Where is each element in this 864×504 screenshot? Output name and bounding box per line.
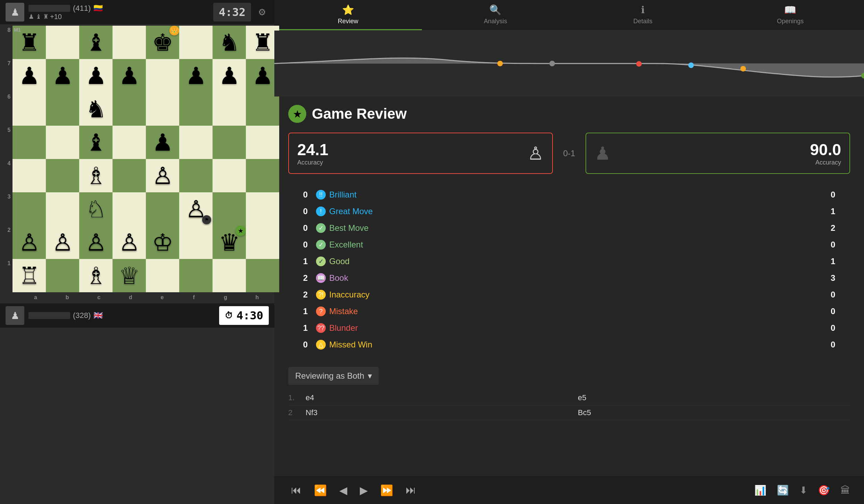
square-b7[interactable]: ♟: [46, 59, 79, 92]
square-b2[interactable]: ♙: [46, 226, 79, 259]
tab-review[interactable]: ⭐ Review: [274, 0, 422, 30]
square-c3[interactable]: ♘: [79, 192, 113, 226]
tab-openings[interactable]: 📖 Openings: [717, 0, 864, 30]
file-d: d: [115, 293, 146, 302]
square-h3[interactable]: [246, 192, 279, 226]
square-d5[interactable]: [113, 126, 146, 159]
forward-button[interactable]: ▶: [357, 481, 371, 499]
review-section: ★ Game Review 24.1 Accuracy ♙ 0-1 ♟ 90.0…: [274, 96, 864, 361]
square-e3[interactable]: [146, 192, 179, 226]
square-d4[interactable]: [113, 159, 146, 192]
square-b1[interactable]: [46, 259, 79, 292]
review-star-icon: ★: [288, 105, 306, 123]
reviewing-dropdown[interactable]: Reviewing as Both ▾: [288, 367, 379, 385]
player-top-timer: 4:32: [213, 3, 251, 22]
square-a4[interactable]: [13, 159, 46, 192]
evaluation-graph[interactable]: [274, 31, 864, 96]
square-d1[interactable]: ♕: [113, 259, 146, 292]
square-c6[interactable]: ♞: [79, 92, 113, 126]
square-e6[interactable]: [146, 92, 179, 126]
square-b3[interactable]: [46, 192, 79, 226]
square-e7[interactable]: [146, 59, 179, 92]
move-list: 1. e4 e5 2 Nf3 Bc5: [274, 390, 864, 476]
chart-tool-button[interactable]: 📊: [754, 485, 766, 496]
share-tool-button[interactable]: 🔄: [777, 485, 789, 496]
square-f2[interactable]: [179, 226, 213, 259]
chess-board[interactable]: ♜ M1 ♝ ♚ 👑: [13, 26, 279, 293]
square-a3[interactable]: [13, 192, 46, 226]
move-black-1[interactable]: Bc5: [578, 408, 850, 417]
square-a5[interactable]: [13, 126, 46, 159]
square-e5[interactable]: ♟: [146, 126, 179, 159]
square-g3[interactable]: [213, 192, 246, 226]
stat-name-1: Great Move: [329, 207, 373, 216]
square-b8[interactable]: [46, 26, 79, 59]
piece-e5: ♟: [149, 128, 176, 156]
square-a1[interactable]: ♖: [13, 259, 46, 292]
square-a2[interactable]: ♙: [13, 226, 46, 259]
skip-start-button[interactable]: ⏮: [288, 481, 304, 499]
target-tool-button[interactable]: 🎯: [818, 485, 830, 496]
square-f4[interactable]: [179, 159, 213, 192]
square-h1[interactable]: [246, 259, 279, 292]
square-e4[interactable]: ♙: [146, 159, 179, 192]
skip-forward-five-button[interactable]: ⏩: [377, 481, 396, 499]
square-h4[interactable]: [246, 159, 279, 192]
stat-icon-3: ✓: [316, 240, 326, 250]
square-f8[interactable]: [179, 26, 213, 59]
skip-end-button[interactable]: ⏭: [403, 481, 419, 499]
square-c5[interactable]: ♝: [79, 126, 113, 159]
square-d8[interactable]: [113, 26, 146, 59]
square-h6[interactable]: [246, 92, 279, 126]
square-d6[interactable]: [113, 92, 146, 126]
archive-tool-button[interactable]: 🏛: [840, 485, 850, 496]
square-d7[interactable]: ♟: [113, 59, 146, 92]
square-a8[interactable]: ♜ M1: [13, 26, 46, 59]
back-button[interactable]: ◀: [337, 481, 350, 499]
stat-left-val-1: 0: [288, 207, 316, 216]
square-e8[interactable]: ♚ 👑: [146, 26, 179, 59]
square-c1[interactable]: ♗: [79, 259, 113, 292]
move-white-1[interactable]: Nf3: [306, 408, 578, 417]
square-b6[interactable]: [46, 92, 79, 126]
move-black-0[interactable]: e5: [578, 393, 850, 402]
square-g1[interactable]: [213, 259, 246, 292]
square-a6[interactable]: [13, 92, 46, 126]
square-g2[interactable]: ♛ ★: [213, 226, 246, 259]
square-g5[interactable]: [213, 126, 246, 159]
square-f1[interactable]: [179, 259, 213, 292]
move-white-0[interactable]: e4: [306, 393, 578, 402]
square-f3[interactable]: ♙ ⚑: [179, 192, 213, 226]
move-num-1: 2: [288, 408, 306, 417]
square-e2[interactable]: ♔: [146, 226, 179, 259]
square-g4[interactable]: [213, 159, 246, 192]
stat-center-7: ? Mistake: [316, 306, 822, 316]
skip-back-five-button[interactable]: ⏪: [311, 481, 330, 499]
square-g7[interactable]: ♟: [213, 59, 246, 92]
square-c2[interactable]: ♙: [79, 226, 113, 259]
square-h2[interactable]: [246, 226, 279, 259]
square-g8[interactable]: ♞: [213, 26, 246, 59]
square-b5[interactable]: [46, 126, 79, 159]
square-c7[interactable]: ♟: [79, 59, 113, 92]
stat-right-val-7: 0: [822, 306, 850, 316]
top-nav: ⭐ Review 🔍 Analysis ℹ Details 📖 Openings: [274, 0, 864, 31]
square-d2[interactable]: ♙: [113, 226, 146, 259]
square-h5[interactable]: [246, 126, 279, 159]
download-tool-button[interactable]: ⬇: [799, 485, 807, 496]
stat-center-2: ✓ Best Move: [316, 223, 822, 233]
square-e1[interactable]: [146, 259, 179, 292]
square-f7[interactable]: ♟: [179, 59, 213, 92]
tab-analysis[interactable]: 🔍 Analysis: [422, 0, 570, 30]
square-c8[interactable]: ♝: [79, 26, 113, 59]
piece-b7: ♟: [49, 62, 76, 90]
square-d3[interactable]: [113, 192, 146, 226]
settings-icon[interactable]: ⚙: [255, 4, 269, 20]
square-c4[interactable]: ♗: [79, 159, 113, 192]
square-g6[interactable]: [213, 92, 246, 126]
square-a7[interactable]: ♟: [13, 59, 46, 92]
square-f6[interactable]: [179, 92, 213, 126]
tab-details[interactable]: ℹ Details: [569, 0, 717, 30]
square-f5[interactable]: [179, 126, 213, 159]
square-b4[interactable]: [46, 159, 79, 192]
